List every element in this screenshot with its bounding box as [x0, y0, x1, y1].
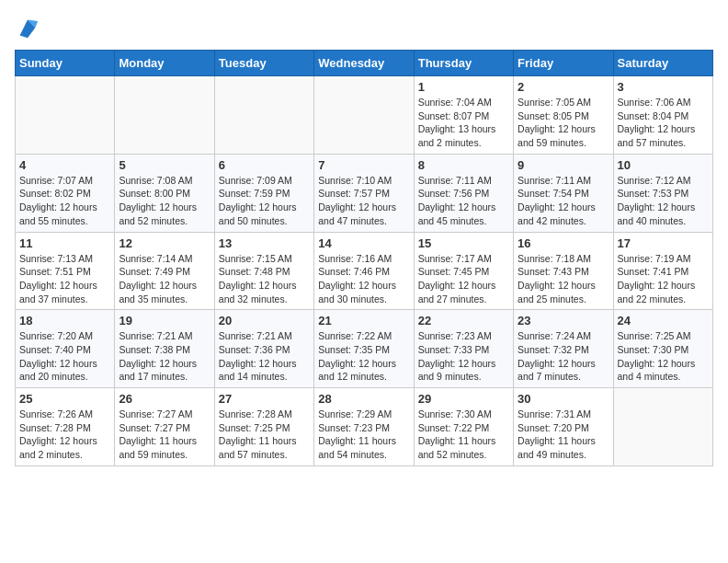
calendar-cell: 24Sunrise: 7:25 AMSunset: 7:30 PMDayligh…: [613, 310, 712, 388]
day-info: Sunrise: 7:13 AMSunset: 7:51 PMDaylight:…: [19, 252, 110, 306]
day-number: 11: [19, 236, 110, 250]
day-number: 24: [618, 314, 709, 327]
page-header: [15, 15, 713, 40]
calendar-table: SundayMondayTuesdayWednesdayThursdayFrid…: [15, 50, 713, 466]
calendar-cell: 1Sunrise: 7:04 AMSunset: 8:07 PMDaylight…: [414, 76, 513, 155]
calendar-cell: 13Sunrise: 7:15 AMSunset: 7:48 PMDayligh…: [214, 232, 313, 310]
calendar-cell: 14Sunrise: 7:16 AMSunset: 7:46 PMDayligh…: [314, 232, 414, 310]
calendar-cell: 18Sunrise: 7:20 AMSunset: 7:40 PMDayligh…: [16, 310, 115, 388]
day-number: 7: [318, 158, 409, 172]
day-number: 16: [518, 236, 609, 250]
day-number: 15: [418, 236, 509, 250]
day-info: Sunrise: 7:24 AMSunset: 7:32 PMDaylight:…: [518, 329, 609, 384]
day-number: 22: [418, 314, 509, 327]
day-info: Sunrise: 7:21 AMSunset: 7:36 PMDaylight:…: [219, 329, 310, 384]
day-info: Sunrise: 7:27 AMSunset: 7:27 PMDaylight:…: [119, 408, 210, 462]
calendar-cell: 6Sunrise: 7:09 AMSunset: 7:59 PMDaylight…: [214, 154, 313, 232]
day-number: 27: [219, 392, 310, 406]
day-number: 1: [418, 80, 509, 94]
day-number: 19: [119, 314, 210, 327]
calendar-cell: 9Sunrise: 7:11 AMSunset: 7:54 PMDaylight…: [514, 154, 613, 232]
calendar-cell: 2Sunrise: 7:05 AMSunset: 8:05 PMDaylight…: [514, 76, 613, 155]
day-info: Sunrise: 7:16 AMSunset: 7:46 PMDaylight:…: [318, 252, 409, 306]
calendar-cell: [16, 76, 115, 155]
day-header-tuesday: Tuesday: [214, 51, 313, 76]
day-info: Sunrise: 7:22 AMSunset: 7:35 PMDaylight:…: [318, 329, 409, 384]
day-number: 6: [219, 158, 310, 172]
day-info: Sunrise: 7:07 AMSunset: 8:02 PMDaylight:…: [19, 174, 110, 228]
day-number: 13: [219, 236, 310, 250]
day-info: Sunrise: 7:18 AMSunset: 7:43 PMDaylight:…: [518, 252, 609, 306]
day-number: 30: [518, 392, 609, 406]
calendar-week-3: 11Sunrise: 7:13 AMSunset: 7:51 PMDayligh…: [16, 232, 713, 310]
logo: [15, 15, 44, 40]
day-info: Sunrise: 7:17 AMSunset: 7:45 PMDaylight:…: [418, 252, 509, 306]
day-number: 20: [219, 314, 310, 327]
day-info: Sunrise: 7:09 AMSunset: 7:59 PMDaylight:…: [219, 174, 310, 228]
calendar-cell: [214, 76, 313, 155]
day-info: Sunrise: 7:15 AMSunset: 7:48 PMDaylight:…: [219, 252, 310, 306]
day-info: Sunrise: 7:11 AMSunset: 7:54 PMDaylight:…: [518, 174, 609, 228]
calendar-week-4: 18Sunrise: 7:20 AMSunset: 7:40 PMDayligh…: [16, 310, 713, 388]
calendar-cell: 20Sunrise: 7:21 AMSunset: 7:36 PMDayligh…: [214, 310, 313, 388]
day-number: 12: [119, 236, 210, 250]
day-number: 26: [119, 392, 210, 406]
calendar-cell: 5Sunrise: 7:08 AMSunset: 8:00 PMDaylight…: [115, 154, 214, 232]
day-info: Sunrise: 7:04 AMSunset: 8:07 PMDaylight:…: [418, 96, 509, 150]
calendar-cell: 21Sunrise: 7:22 AMSunset: 7:35 PMDayligh…: [314, 310, 414, 388]
day-number: 18: [19, 314, 110, 327]
calendar-week-5: 25Sunrise: 7:26 AMSunset: 7:28 PMDayligh…: [16, 388, 713, 466]
day-number: 14: [318, 236, 409, 250]
day-number: 23: [518, 314, 609, 327]
calendar-week-2: 4Sunrise: 7:07 AMSunset: 8:02 PMDaylight…: [16, 154, 713, 232]
calendar-cell: 25Sunrise: 7:26 AMSunset: 7:28 PMDayligh…: [16, 388, 115, 466]
day-info: Sunrise: 7:30 AMSunset: 7:22 PMDaylight:…: [418, 408, 509, 462]
day-info: Sunrise: 7:31 AMSunset: 7:20 PMDaylight:…: [518, 408, 609, 462]
day-header-sunday: Sunday: [16, 51, 115, 76]
day-info: Sunrise: 7:08 AMSunset: 8:00 PMDaylight:…: [119, 174, 210, 228]
day-info: Sunrise: 7:14 AMSunset: 7:49 PMDaylight:…: [119, 252, 210, 306]
calendar-cell: 11Sunrise: 7:13 AMSunset: 7:51 PMDayligh…: [16, 232, 115, 310]
calendar-cell: 4Sunrise: 7:07 AMSunset: 8:02 PMDaylight…: [16, 154, 115, 232]
day-number: 29: [418, 392, 509, 406]
calendar-cell: 28Sunrise: 7:29 AMSunset: 7:23 PMDayligh…: [314, 388, 414, 466]
calendar-cell: 16Sunrise: 7:18 AMSunset: 7:43 PMDayligh…: [514, 232, 613, 310]
day-info: Sunrise: 7:20 AMSunset: 7:40 PMDaylight:…: [19, 329, 110, 384]
calendar-cell: 30Sunrise: 7:31 AMSunset: 7:20 PMDayligh…: [514, 388, 613, 466]
day-number: 3: [618, 80, 709, 94]
calendar-cell: 17Sunrise: 7:19 AMSunset: 7:41 PMDayligh…: [613, 232, 712, 310]
day-info: Sunrise: 7:11 AMSunset: 7:56 PMDaylight:…: [418, 174, 509, 228]
calendar-cell: 27Sunrise: 7:28 AMSunset: 7:25 PMDayligh…: [214, 388, 313, 466]
calendar-cell: 19Sunrise: 7:21 AMSunset: 7:38 PMDayligh…: [115, 310, 214, 388]
day-number: 28: [318, 392, 409, 406]
day-number: 17: [618, 236, 709, 250]
day-number: 4: [19, 158, 110, 172]
calendar-cell: 15Sunrise: 7:17 AMSunset: 7:45 PMDayligh…: [414, 232, 513, 310]
day-info: Sunrise: 7:06 AMSunset: 8:04 PMDaylight:…: [618, 96, 709, 150]
day-info: Sunrise: 7:12 AMSunset: 7:53 PMDaylight:…: [618, 174, 709, 228]
calendar-cell: [115, 76, 214, 155]
day-info: Sunrise: 7:21 AMSunset: 7:38 PMDaylight:…: [119, 329, 210, 384]
day-header-monday: Monday: [115, 51, 214, 76]
calendar-cell: 8Sunrise: 7:11 AMSunset: 7:56 PMDaylight…: [414, 154, 513, 232]
day-info: Sunrise: 7:10 AMSunset: 7:57 PMDaylight:…: [318, 174, 409, 228]
day-info: Sunrise: 7:29 AMSunset: 7:23 PMDaylight:…: [318, 408, 409, 462]
day-info: Sunrise: 7:25 AMSunset: 7:30 PMDaylight:…: [618, 329, 709, 384]
day-number: 10: [618, 158, 709, 172]
day-number: 21: [318, 314, 409, 327]
day-header-wednesday: Wednesday: [314, 51, 414, 76]
logo-icon: [15, 15, 40, 40]
day-number: 8: [418, 158, 509, 172]
day-header-friday: Friday: [514, 51, 613, 76]
day-header-saturday: Saturday: [613, 51, 712, 76]
day-number: 25: [19, 392, 110, 406]
day-header-thursday: Thursday: [414, 51, 513, 76]
calendar-cell: [314, 76, 414, 155]
calendar-cell: [613, 388, 712, 466]
day-number: 5: [119, 158, 210, 172]
day-info: Sunrise: 7:28 AMSunset: 7:25 PMDaylight:…: [219, 408, 310, 462]
day-number: 2: [518, 80, 609, 94]
calendar-week-1: 1Sunrise: 7:04 AMSunset: 8:07 PMDaylight…: [16, 76, 713, 155]
day-info: Sunrise: 7:23 AMSunset: 7:33 PMDaylight:…: [418, 329, 509, 384]
day-info: Sunrise: 7:19 AMSunset: 7:41 PMDaylight:…: [618, 252, 709, 306]
